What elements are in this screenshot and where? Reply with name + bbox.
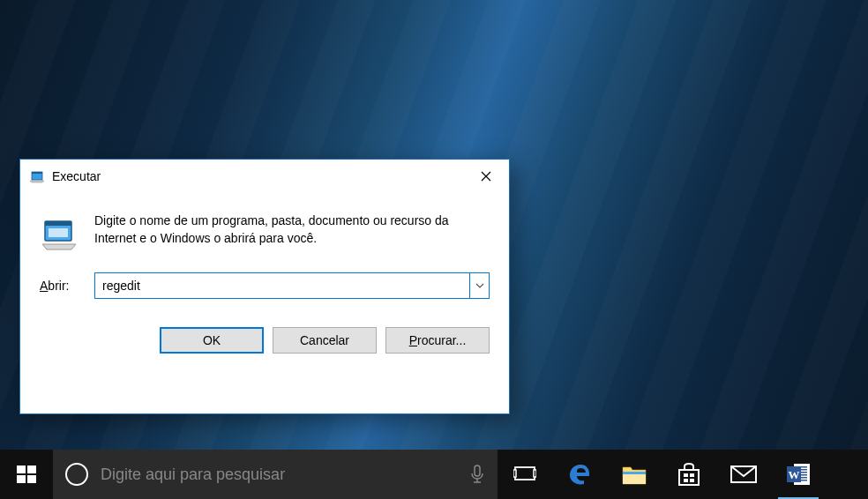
button-row: OK Cancelar Procurar... [20,299,509,354]
start-button[interactable] [0,450,53,499]
dialog-body: Digite o nome de um programa, pasta, doc… [20,193,509,253]
cortana-icon [65,463,88,486]
mail-icon [730,465,758,484]
task-view-button[interactable] [498,450,552,499]
word-icon: W [785,461,812,488]
svg-rect-20 [690,479,694,482]
svg-rect-1 [32,172,42,174]
svg-rect-3 [45,221,71,226]
desktop-background[interactable]: Executar Digite o nome de um programa, p… [0,0,868,499]
open-label: Abrir: [40,279,79,293]
svg-rect-14 [534,470,536,477]
store-button[interactable] [662,450,716,499]
mail-button[interactable] [716,450,771,499]
file-explorer-button[interactable] [607,450,662,499]
open-combobox[interactable] [94,272,490,299]
store-icon [676,462,702,487]
svg-text:W: W [789,468,800,481]
edge-button[interactable] [552,450,607,499]
browse-button[interactable]: Procurar... [385,327,490,354]
windows-logo-icon [17,465,36,484]
dialog-description: Digite o nome de um programa, pasta, doc… [94,212,490,253]
svg-rect-5 [17,465,26,473]
microphone-icon[interactable] [469,465,485,484]
chevron-down-icon [475,283,484,288]
svg-rect-18 [690,473,694,477]
open-input[interactable] [94,272,470,299]
svg-rect-13 [513,470,516,477]
search-placeholder: Digite aqui para pesquisar [101,465,457,484]
close-button[interactable] [463,160,509,193]
svg-rect-12 [515,467,535,480]
taskbar: Digite aqui para pesquisar [0,450,868,499]
svg-rect-17 [684,473,688,477]
combo-dropdown-button[interactable] [470,272,490,299]
titlebar[interactable]: Executar [20,160,509,193]
svg-rect-16 [623,472,646,474]
svg-rect-7 [17,475,26,483]
run-dialog: Executar Digite o nome de um programa, p… [19,159,510,414]
svg-rect-19 [684,479,688,482]
input-row: Abrir: [20,253,509,299]
svg-rect-4 [49,228,68,237]
edge-icon [566,461,593,488]
close-icon [481,171,491,182]
search-box[interactable]: Digite aqui para pesquisar [53,450,498,499]
svg-rect-9 [475,465,480,476]
svg-rect-6 [27,465,36,473]
word-button[interactable]: W [771,450,826,499]
ok-button[interactable]: OK [160,327,264,354]
dialog-title: Executar [52,169,463,183]
task-view-icon [513,465,536,484]
run-dialog-icon [40,214,79,253]
file-explorer-icon [621,463,647,486]
cancel-button[interactable]: Cancelar [273,327,377,354]
svg-rect-8 [27,475,36,483]
run-titlebar-icon [29,168,45,184]
